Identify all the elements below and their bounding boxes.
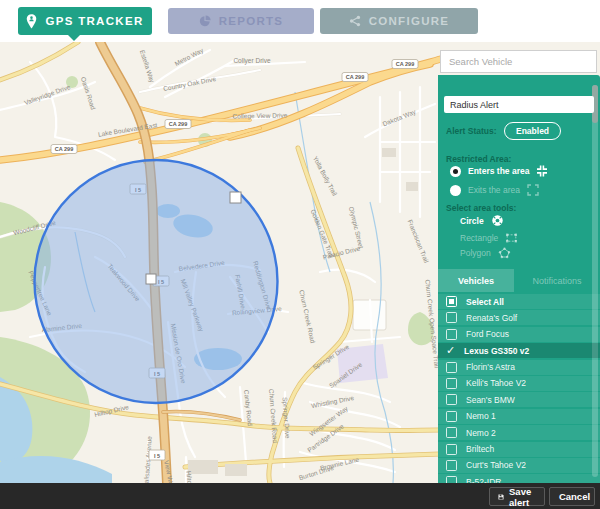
footer-bar: Save alert Cancel xyxy=(0,483,600,509)
circle-resize-handle[interactable] xyxy=(230,192,241,203)
tool-rectangle[interactable]: Rectangle xyxy=(460,232,518,244)
tab-notifications[interactable]: Notifications xyxy=(514,269,600,292)
checkbox-icon[interactable] xyxy=(446,427,457,438)
alert-status-toggle[interactable]: Enabled xyxy=(504,122,561,140)
tab-vehicles-label: Vehicles xyxy=(458,276,494,286)
radio-unselected-icon[interactable] xyxy=(450,185,461,196)
vehicle-list: Select All Renata's Golf Ford Focus Lexu… xyxy=(438,294,600,483)
tab-notifications-label: Notifications xyxy=(532,276,581,286)
tool-circle[interactable]: Circle xyxy=(460,214,504,227)
save-alert-button[interactable]: Save alert xyxy=(489,487,545,506)
exits-area-label: Exits the area xyxy=(468,185,520,195)
list-item[interactable]: Curt's Tahoe V2 xyxy=(438,458,600,473)
rectangle-tool-icon xyxy=(505,232,518,244)
list-item[interactable]: Lexus GS350 v2 xyxy=(438,343,600,358)
list-item[interactable]: Nemo 1 xyxy=(438,409,600,424)
list-item[interactable]: Nemo 2 xyxy=(438,425,600,440)
tool-polygon[interactable]: Polygon xyxy=(460,247,511,259)
cancel-label: Cancel xyxy=(559,491,590,502)
checkbox-icon[interactable] xyxy=(446,476,457,483)
i5-shield: I 5 xyxy=(149,450,165,460)
nav-reports-button[interactable]: REPORTS xyxy=(168,8,314,34)
ca299-shield: CA 299 xyxy=(342,73,368,82)
nav-gps-tracker-button[interactable]: GPS TRACKER xyxy=(18,7,152,35)
ca299-shield: CA 299 xyxy=(165,120,191,129)
circle-center-handle[interactable] xyxy=(146,274,156,284)
road-label: Collyer Drive xyxy=(233,57,271,65)
alert-config-panel: Alert Status: Enabled Restricted Area: E… xyxy=(438,75,600,483)
checkbox-icon[interactable] xyxy=(446,394,457,405)
radio-exits-area[interactable]: Exits the area xyxy=(450,184,539,196)
tool-polygon-label: Polygon xyxy=(460,248,491,258)
svg-text:I 5: I 5 xyxy=(154,453,160,459)
checkbox-icon[interactable] xyxy=(446,345,457,356)
cancel-button[interactable]: Cancel xyxy=(549,487,595,506)
share-nodes-icon xyxy=(349,15,361,27)
radio-selected-icon[interactable] xyxy=(450,166,461,177)
restricted-area-label: Restricted Area: xyxy=(446,154,511,164)
area-tools-label: Select area tools: xyxy=(446,203,516,213)
panel-tabs: Vehicles Notifications xyxy=(438,269,600,292)
tab-vehicles[interactable]: Vehicles xyxy=(438,269,514,292)
tool-rectangle-label: Rectangle xyxy=(460,233,498,243)
list-item[interactable]: Renata's Golf xyxy=(438,310,600,325)
nav-configure-button[interactable]: CONFIGURE xyxy=(320,8,478,34)
list-item[interactable]: Sean's BMW xyxy=(438,392,600,407)
svg-text:CA 299: CA 299 xyxy=(396,61,414,67)
list-item[interactable]: Florin's Astra xyxy=(438,360,600,375)
checkbox-icon[interactable] xyxy=(446,329,457,340)
checkbox-icon[interactable] xyxy=(446,378,457,389)
svg-text:CA 299: CA 299 xyxy=(346,74,364,80)
alert-name-input[interactable] xyxy=(444,96,594,113)
svg-text:CA 299: CA 299 xyxy=(55,146,73,152)
ca299-shield: CA 299 xyxy=(51,145,77,154)
nav-gps-tracker-label: GPS TRACKER xyxy=(45,15,143,27)
ca299-shield: CA 299 xyxy=(392,60,418,69)
list-item[interactable]: Kelli's Tahoe V2 xyxy=(438,376,600,391)
checkbox-icon[interactable] xyxy=(446,296,457,307)
nav-reports-label: REPORTS xyxy=(219,15,284,27)
svg-text:CA 299: CA 299 xyxy=(169,121,187,127)
circle-tool-icon xyxy=(491,214,504,227)
nav-configure-label: CONFIGURE xyxy=(369,15,450,27)
search-vehicle-input[interactable] xyxy=(440,50,597,73)
pie-chart-icon xyxy=(199,15,211,27)
checkbox-icon[interactable] xyxy=(446,312,457,323)
list-item[interactable]: Ford Focus xyxy=(438,327,600,342)
checkbox-icon[interactable] xyxy=(446,460,457,471)
checkbox-icon[interactable] xyxy=(446,362,457,373)
radio-enters-area[interactable]: Enters the area xyxy=(450,165,548,177)
enters-area-label: Enters the area xyxy=(468,166,529,176)
list-item[interactable]: B-52-IDR xyxy=(438,474,600,483)
alert-status-label: Alert Status: xyxy=(446,126,497,136)
checkbox-icon[interactable] xyxy=(446,411,457,422)
save-alert-label: Save alert xyxy=(509,486,536,508)
tool-circle-label: Circle xyxy=(460,216,484,226)
compress-arrows-icon xyxy=(536,165,548,177)
save-icon xyxy=(498,492,504,502)
top-navigation: GPS TRACKER REPORTS CONFIGURE xyxy=(0,0,600,42)
polygon-tool-icon xyxy=(498,247,511,259)
checkbox-icon[interactable] xyxy=(446,444,457,455)
list-item[interactable]: Briltech xyxy=(438,442,600,457)
expand-arrows-icon xyxy=(527,184,539,196)
gps-pin-icon xyxy=(26,14,37,29)
list-item-select-all[interactable]: Select All xyxy=(438,294,600,309)
